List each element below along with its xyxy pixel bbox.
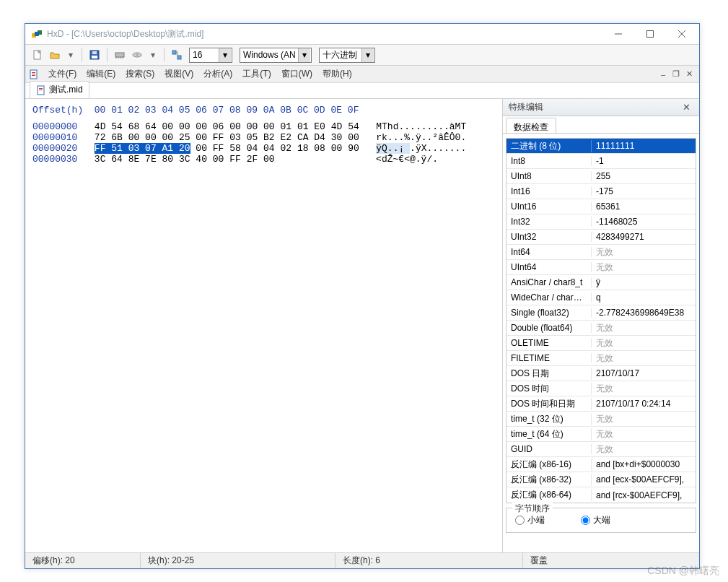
ascii-char[interactable]: . — [387, 143, 393, 154]
ascii-char[interactable]: M — [376, 121, 382, 132]
new-file-button[interactable] — [30, 47, 45, 63]
ascii-char[interactable]: â — [438, 132, 444, 143]
inspector-row[interactable]: Int8-1 — [506, 154, 696, 169]
big-endian-radio[interactable]: 大端 — [581, 514, 610, 526]
inspector-row[interactable]: UInt1665361 — [506, 199, 696, 214]
hex-byte[interactable]: 40 — [196, 154, 207, 165]
hex-byte[interactable]: 7E — [145, 154, 157, 165]
hex-byte[interactable]: 01 — [280, 121, 291, 132]
hex-byte[interactable]: 00 — [179, 121, 190, 132]
ascii-char[interactable]: . — [460, 143, 466, 154]
menu-analysis[interactable]: 分析(A) — [199, 66, 237, 82]
minimize-button[interactable] — [602, 24, 634, 44]
inspector-row[interactable]: Double (float64)无效 — [506, 321, 696, 336]
hex-byte[interactable]: 00 — [196, 132, 207, 143]
hex-byte[interactable]: 00 — [162, 132, 174, 143]
ram-button[interactable] — [112, 47, 128, 63]
hex-byte[interactable]: 00 — [162, 121, 174, 132]
hex-byte[interactable]: 2F — [247, 154, 258, 165]
hex-byte[interactable]: 00 — [213, 154, 224, 165]
hex-byte[interactable]: 64 — [111, 154, 123, 165]
ascii-char[interactable]: h — [387, 121, 393, 132]
menu-edit[interactable]: 编辑(E) — [82, 66, 120, 82]
hex-byte[interactable]: 00 — [145, 132, 157, 143]
ascii-char[interactable]: ÿ — [376, 143, 382, 154]
ascii-char[interactable]: r — [376, 132, 382, 143]
hex-byte[interactable]: 80 — [162, 154, 174, 165]
hex-byte[interactable]: FF — [213, 132, 224, 143]
hex-byte[interactable]: 03 — [229, 132, 241, 143]
inspector-row[interactable]: OLETIME无效 — [506, 336, 696, 351]
hex-byte[interactable]: 20 — [179, 143, 190, 154]
menu-window[interactable]: 窗口(W) — [277, 66, 317, 82]
base-combo[interactable]: ▾ — [319, 48, 375, 63]
disk-dropdown[interactable]: ▾ — [146, 47, 159, 63]
hex-byte[interactable]: 00 — [196, 121, 207, 132]
ascii-char[interactable]: . — [432, 143, 438, 154]
inspector-row[interactable]: GUID无效 — [506, 442, 696, 457]
hex-byte[interactable]: 04 — [263, 143, 275, 154]
hex-byte[interactable]: 4D — [95, 121, 106, 132]
hex-row[interactable]: 00000010 72 6B 00 00 00 25 00 FF 03 05 B… — [32, 132, 495, 143]
ascii-char[interactable]: . — [421, 132, 427, 143]
bytes-per-row-combo[interactable]: ▾ — [189, 48, 232, 63]
ascii-char[interactable]: . — [432, 154, 438, 165]
hex-byte[interactable]: FF — [213, 143, 224, 154]
hex-byte[interactable]: 51 — [111, 143, 123, 154]
ascii-char[interactable]: . — [449, 143, 455, 154]
tab-data-inspector[interactable]: 数据检查 — [506, 118, 556, 133]
ascii-char[interactable]: . — [444, 121, 449, 132]
hex-byte[interactable]: 4D — [331, 121, 343, 132]
hex-byte[interactable]: 05 — [247, 132, 258, 143]
encoding-combo[interactable]: ▾ — [240, 48, 312, 63]
open-dropdown[interactable]: ▾ — [64, 47, 77, 63]
ascii-char[interactable]: @ — [410, 154, 416, 165]
hex-byte[interactable]: 04 — [247, 143, 258, 154]
hex-byte[interactable]: 54 — [348, 121, 359, 132]
encoding-input[interactable] — [240, 48, 298, 62]
toggle-addr-button[interactable] — [169, 47, 185, 63]
chevron-down-icon[interactable]: ▾ — [298, 48, 310, 62]
disk-button[interactable] — [129, 47, 145, 63]
hex-byte[interactable]: 54 — [111, 121, 123, 132]
ascii-char[interactable]: . — [416, 154, 421, 165]
ascii-char[interactable]: X — [421, 143, 427, 154]
panel-close-icon[interactable]: ✕ — [680, 102, 693, 113]
close-button[interactable] — [666, 24, 698, 44]
hex-byte[interactable]: 68 — [128, 121, 140, 132]
hex-byte[interactable]: E2 — [280, 132, 291, 143]
ascii-char[interactable]: . — [410, 132, 416, 143]
chevron-down-icon[interactable]: ▾ — [219, 48, 231, 62]
inspector-row[interactable]: WideChar / char16_tq — [506, 290, 696, 305]
hex-byte[interactable]: 18 — [297, 143, 309, 154]
ascii-char[interactable]: k — [382, 132, 387, 143]
hex-row[interactable]: 00000030 3C 64 8E 7E 80 3C 40 00 FF 2F 0… — [32, 154, 495, 165]
ascii-char[interactable]: . — [410, 121, 416, 132]
hex-byte[interactable]: 30 — [331, 132, 343, 143]
ascii-char[interactable]: . — [404, 121, 410, 132]
hex-byte[interactable]: 25 — [179, 132, 190, 143]
inspector-row[interactable]: DOS 时间无效 — [506, 381, 696, 396]
ascii-char[interactable]: Ž — [387, 154, 393, 165]
hex-byte[interactable]: 00 — [263, 154, 275, 165]
inspector-row[interactable]: AnsiChar / char8_tÿ — [506, 275, 696, 290]
hex-byte[interactable]: 07 — [145, 143, 157, 154]
ascii-char[interactable]: Ô — [449, 132, 455, 143]
base-input[interactable] — [320, 48, 361, 62]
ascii-char[interactable]: . — [432, 121, 438, 132]
ascii-char[interactable]: T — [460, 121, 466, 132]
maximize-button[interactable] — [634, 24, 666, 44]
hex-byte[interactable]: 72 — [95, 132, 106, 143]
data-inspector-table[interactable]: 二进制 (8 位)11111111Int8-1UInt8255Int16-175… — [506, 138, 696, 503]
ascii-char[interactable]: . — [421, 121, 427, 132]
inspector-row[interactable]: UInt324283499271 — [506, 230, 696, 245]
ascii-char[interactable]: % — [404, 132, 410, 143]
hex-byte[interactable]: 00 — [196, 143, 207, 154]
little-endian-radio[interactable]: 小端 — [515, 514, 545, 526]
inspector-row[interactable]: 二进制 (8 位)11111111 — [506, 139, 696, 154]
ascii-char[interactable]: d — [382, 154, 387, 165]
ascii-char[interactable]: € — [398, 154, 404, 165]
hex-byte[interactable]: FF — [229, 154, 241, 165]
ascii-char[interactable]: Q — [382, 143, 387, 154]
menu-search[interactable]: 搜索(S) — [121, 66, 159, 82]
